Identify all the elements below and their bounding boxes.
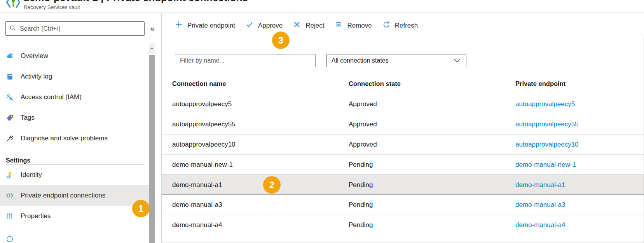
connection-state-cell: Approved [339, 114, 505, 134]
filter-by-name-input[interactable] [175, 54, 316, 67]
settings-section-header: Settings [0, 149, 162, 164]
diagnose-wrench-icon [6, 135, 14, 142]
connection-state-cell: Pending [339, 215, 505, 235]
locks-icon [6, 233, 14, 241]
sidebar-item-label: Private endpoint connections [21, 192, 105, 199]
step-2-callout-badge: 2 [263, 176, 281, 194]
check-icon [246, 21, 253, 30]
refresh-icon [382, 21, 390, 30]
private-endpoint-link[interactable]: autoapprovalpeecy55 [515, 121, 579, 128]
connection-state-cell: Approved [339, 135, 505, 154]
command-bar: Private endpoint Approve Reject Remove [162, 13, 644, 38]
chevron-down-icon [454, 57, 461, 64]
sidebar-item-label: Properties [21, 212, 51, 220]
private-endpoint-link[interactable]: demo-manual-a4 [515, 221, 565, 229]
private-endpoint-link[interactable]: autoapprovalpeecy10 [515, 141, 579, 148]
connection-state-cell: Pending [339, 195, 505, 215]
remove-button[interactable]: Remove [335, 21, 372, 30]
private-endpoint-icon [6, 192, 14, 199]
sidebar-item-access-control[interactable]: Access control (IAM) [0, 87, 155, 107]
x-icon [293, 21, 301, 30]
collapse-sidebar-icon[interactable]: « [147, 23, 157, 34]
private-endpoint-link[interactable]: demo-manual-a3 [515, 201, 565, 208]
column-header-connection-name: Connection name [162, 74, 339, 94]
refresh-button[interactable]: Refresh [382, 21, 418, 30]
private-endpoint-cell: autoapprovalpeecy5 [505, 94, 644, 114]
table-row[interactable]: demo-manual-new-1 Pending demo-manual-ne… [162, 155, 644, 175]
private-endpoint-cell: demo-manual-a1 [505, 175, 644, 194]
sidebar-item-diagnose[interactable]: Diagnose and solve problems [0, 128, 155, 149]
toolbar-label: Refresh [395, 22, 418, 30]
sidebar-item-label: Overview [21, 52, 48, 60]
toolbar-label: Reject [305, 22, 324, 30]
page-title: demo-pevault-2 | Private endpoint connec… [23, 0, 248, 3]
step-3-callout-badge: 3 [272, 31, 290, 49]
table-row-selected[interactable]: demo-manual-a1 Pending demo-manual-a1 [162, 175, 644, 195]
scrollbar-up-icon[interactable] [149, 43, 155, 54]
private-endpoint-cell: demo-manual-a4 [505, 215, 644, 235]
connections-table: Connection name Connection state Private… [162, 74, 644, 235]
sidebar-item-label: Access control (IAM) [21, 93, 82, 101]
private-endpoint-button[interactable]: Private endpoint [175, 21, 235, 30]
connection-name-cell: demo-manual-a1 [162, 175, 339, 194]
scrollbar-thumb[interactable] [149, 55, 155, 243]
tags-icon [6, 114, 14, 122]
step-1-callout-badge: 1 [132, 200, 150, 217]
sidebar-item-label: Diagnose and solve problems [21, 135, 108, 142]
sidebar-scrollbar[interactable] [149, 43, 155, 243]
plus-icon [175, 21, 183, 30]
connection-name-cell: autoapprovalpeecy55 [162, 114, 339, 134]
search-input[interactable] [20, 25, 133, 32]
reject-button[interactable]: Reject [293, 21, 324, 30]
toolbar-label: Private endpoint [187, 22, 235, 30]
private-endpoint-link[interactable]: autoapprovalpeecy5 [515, 100, 575, 108]
sidebar-item-private-endpoint-connections[interactable]: Private endpoint connections [0, 185, 155, 206]
connection-name-cell: demo-manual-a3 [162, 195, 339, 215]
table-header-row: Connection name Connection state Private… [162, 74, 644, 94]
page-subtitle: Recovery Services vault [24, 4, 80, 10]
sidebar-item-tags[interactable]: Tags [0, 107, 155, 128]
table-row[interactable]: demo-manual-a4 Pending demo-manual-a4 [162, 215, 644, 235]
table-row[interactable]: autoapprovalpeecy5 Approved autoapproval… [162, 94, 644, 114]
sidebar-item-label: Identity [21, 171, 42, 179]
access-control-icon [6, 93, 14, 101]
private-endpoint-cell: autoapprovalpeecy10 [505, 135, 644, 154]
connection-name-cell: autoapprovalpeecy10 [162, 135, 339, 154]
connection-state-dropdown[interactable]: All connection states [326, 54, 466, 67]
connection-state-cell: Pending [339, 175, 505, 194]
properties-sliders-icon [6, 212, 14, 220]
recovery-services-vault-icon [5, 0, 21, 12]
page-header: demo-pevault-2 | Private endpoint connec… [0, 0, 644, 13]
toolbar-divider [162, 38, 644, 38]
sidebar-item-activity-log[interactable]: Activity log [0, 66, 155, 87]
private-endpoint-link[interactable]: demo-manual-new-1 [515, 161, 576, 168]
private-endpoint-link[interactable]: demo-manual-a1 [515, 181, 565, 189]
table-row[interactable]: autoapprovalpeecy10 Approved autoapprova… [162, 135, 644, 155]
connection-name-cell: demo-manual-new-1 [162, 155, 339, 175]
sidebar-search-box[interactable] [5, 21, 145, 36]
private-endpoint-cell: autoapprovalpeecy55 [505, 114, 644, 134]
dropdown-value: All connection states [332, 57, 389, 64]
connection-name-cell: demo-manual-a4 [162, 215, 339, 235]
private-endpoint-cell: demo-manual-new-1 [505, 155, 644, 175]
identity-key-icon [6, 171, 14, 179]
sidebar-item-overview[interactable]: Overview [0, 45, 155, 66]
sidebar-item-label: Activity log [21, 73, 52, 80]
connection-state-cell: Pending [339, 155, 505, 175]
sidebar-item-partial[interactable] [0, 226, 155, 243]
private-endpoint-cell: demo-manual-a3 [505, 195, 644, 215]
table-row[interactable]: demo-manual-a3 Pending demo-manual-a3 [162, 195, 644, 215]
toolbar-label: Approve [258, 22, 283, 30]
sidebar-item-identity[interactable]: Identity [0, 164, 155, 185]
overview-cloud-icon [6, 52, 14, 60]
table-row[interactable]: autoapprovalpeecy55 Approved autoapprova… [162, 114, 644, 135]
search-icon [10, 25, 16, 33]
toolbar-label: Remove [347, 22, 372, 30]
column-header-private-endpoint: Private endpoint [505, 74, 644, 94]
sidebar-item-label: Tags [21, 114, 35, 122]
column-header-connection-state: Connection state [339, 74, 505, 94]
approve-button[interactable]: Approve [246, 21, 283, 30]
connection-name-cell: autoapprovalpeecy5 [162, 94, 339, 114]
azure-portal-page: demo-pevault-2 | Private endpoint connec… [0, 0, 644, 243]
activity-log-icon [6, 73, 14, 80]
